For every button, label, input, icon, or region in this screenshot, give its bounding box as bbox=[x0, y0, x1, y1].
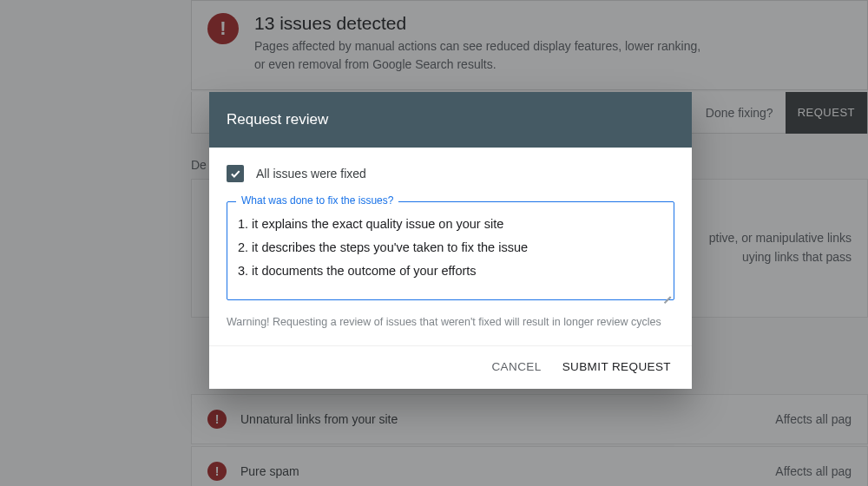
checkbox-checked-icon[interactable] bbox=[227, 165, 244, 182]
dialog-title: Request review bbox=[209, 92, 692, 148]
checkbox-label: All issues were fixed bbox=[256, 167, 366, 181]
warning-text: Warning! Requesting a review of issues t… bbox=[227, 316, 674, 328]
field-legend: What was done to fix the issues? bbox=[236, 194, 398, 207]
dialog-body: All issues were fixed What was done to f… bbox=[209, 148, 692, 345]
fix-description-textarea[interactable] bbox=[238, 213, 663, 286]
dialog-footer: CANCEL SUBMIT REQUEST bbox=[209, 345, 692, 389]
submit-request-button[interactable]: SUBMIT REQUEST bbox=[562, 360, 671, 373]
all-fixed-checkbox-row[interactable]: All issues were fixed bbox=[227, 165, 674, 182]
request-review-dialog: Request review All issues were fixed Wha… bbox=[209, 92, 692, 389]
cancel-button[interactable]: CANCEL bbox=[491, 360, 541, 373]
resize-handle-icon[interactable] bbox=[661, 286, 671, 297]
fix-description-field[interactable]: What was done to fix the issues? bbox=[227, 201, 674, 300]
